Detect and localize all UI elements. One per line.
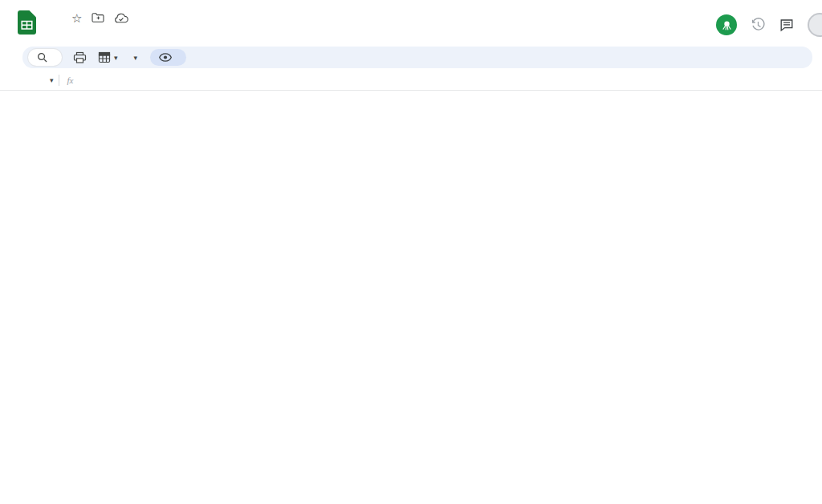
chevron-down-icon[interactable]: ▾ (50, 76, 54, 84)
eye-icon (159, 53, 172, 62)
chevron-down-icon: ▾ (134, 54, 138, 62)
xlsx-badge (54, 16, 62, 19)
addon-avatar-icon[interactable] (716, 14, 737, 35)
move-folder-icon[interactable] (92, 12, 104, 23)
sheets-logo-icon[interactable] (18, 10, 36, 38)
titlebar-actions (716, 13, 819, 37)
google-sheets-app: ☆ (0, 0, 822, 504)
fx-icon: fx (67, 75, 74, 85)
chevron-down-icon: ▾ (114, 54, 118, 62)
star-icon[interactable]: ☆ (71, 12, 82, 24)
title-bar: ☆ (0, 0, 822, 45)
comments-icon[interactable] (779, 18, 794, 32)
view-only-button[interactable] (150, 49, 186, 66)
menus-button[interactable] (28, 49, 62, 66)
zoom-control[interactable]: ▾ (129, 54, 138, 62)
cloud-saved-icon[interactable] (114, 13, 128, 23)
toolbar: ▾ ▾ (22, 47, 812, 68)
paint-format-icon[interactable]: ▾ (98, 51, 118, 63)
print-icon[interactable] (73, 51, 87, 64)
version-history-icon[interactable] (751, 18, 766, 33)
formula-bar: ▾ fx (0, 71, 822, 91)
account-avatar[interactable] (808, 13, 822, 37)
menu-bar (43, 28, 716, 44)
search-icon (37, 52, 47, 63)
